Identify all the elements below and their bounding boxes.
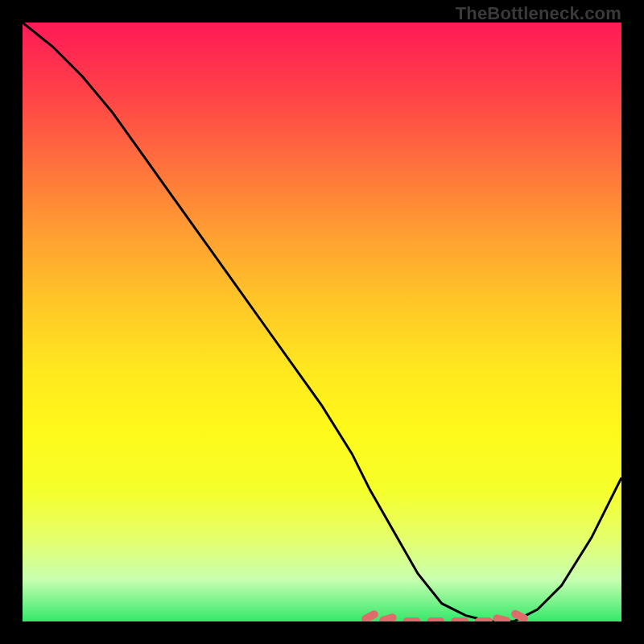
curve-marker xyxy=(510,609,529,621)
curve-path xyxy=(23,23,621,621)
curve-marker xyxy=(378,613,398,621)
curve-marker xyxy=(427,617,444,621)
outer-frame: TheBottleneck.com xyxy=(0,0,644,644)
curve-marker xyxy=(492,613,511,621)
curve-marker xyxy=(403,617,421,621)
curve-marker xyxy=(360,609,379,621)
curve-marker xyxy=(475,617,493,621)
watermark-text: TheBottleneck.com xyxy=(456,3,621,24)
bottleneck-curve xyxy=(23,23,621,621)
plot-area xyxy=(23,23,621,621)
marker-group xyxy=(360,609,529,621)
curve-marker xyxy=(451,617,469,621)
